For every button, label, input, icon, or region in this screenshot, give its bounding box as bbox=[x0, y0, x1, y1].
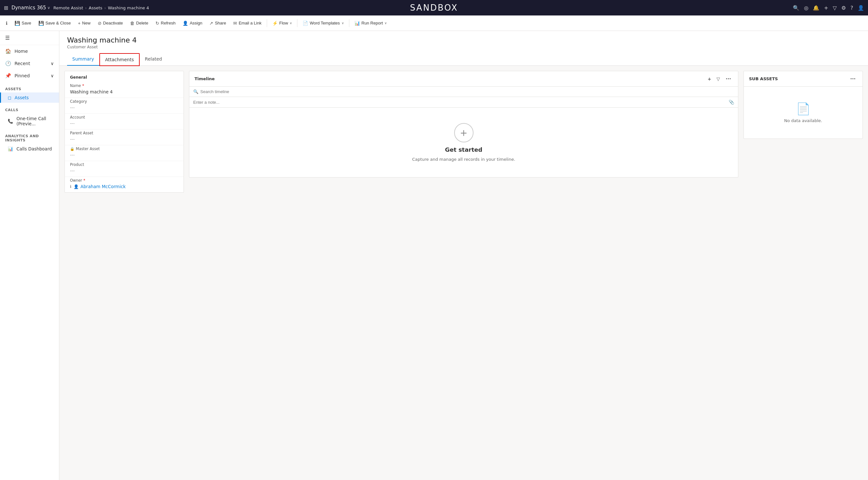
record-header: Washing machine 4 Customer Asset Summary… bbox=[59, 31, 868, 66]
owner-info-icon: ℹ bbox=[70, 184, 72, 189]
sidebar-item-one-time-call[interactable]: 📞 One-time Call (Previe... bbox=[0, 113, 59, 129]
field-value-name[interactable]: Washing machine 4 bbox=[70, 89, 178, 95]
field-value-category[interactable]: --- bbox=[70, 104, 178, 111]
save-close-label: Save & Close bbox=[45, 21, 71, 26]
flow-label: Flow bbox=[279, 21, 288, 26]
field-value-product[interactable]: --- bbox=[70, 168, 178, 174]
field-label-name: Name* bbox=[70, 83, 178, 88]
main-content: Washing machine 4 Customer Asset Summary… bbox=[59, 31, 868, 480]
sidebar-item-assets[interactable]: ◻ Assets bbox=[0, 93, 59, 103]
assets-label: Assets bbox=[14, 95, 29, 100]
save-close-button[interactable]: 💾 Save & Close bbox=[35, 19, 74, 28]
save-button[interactable]: 💾 Save bbox=[11, 19, 34, 28]
breadcrumb-record: Washing machine 4 bbox=[108, 5, 149, 10]
bell-icon[interactable]: 🔔 bbox=[813, 5, 819, 11]
timeline-empty-state: + Get started Capture and manage all rec… bbox=[189, 108, 738, 177]
search-icon[interactable]: 🔍 bbox=[793, 5, 799, 11]
timeline-add-circle[interactable]: + bbox=[454, 123, 473, 142]
brand-name[interactable]: Dynamics 365 ∨ bbox=[11, 5, 50, 11]
share-button[interactable]: ↗ Share bbox=[206, 19, 229, 28]
field-label-product: Product bbox=[70, 162, 178, 167]
email-link-label: Email a Link bbox=[239, 21, 261, 26]
save-label: Save bbox=[22, 21, 31, 26]
attach-icon[interactable]: 📎 bbox=[728, 100, 734, 105]
sidebar-item-pinned[interactable]: 📌 Pinned ∨ bbox=[0, 70, 59, 82]
run-report-button[interactable]: 📊 Run Report ∨ bbox=[351, 19, 390, 28]
tab-attachments[interactable]: Attachments bbox=[99, 53, 140, 66]
deactivate-button[interactable]: ⊘ Deactivate bbox=[94, 19, 126, 28]
breadcrumb-app[interactable]: Remote Assist bbox=[54, 5, 83, 10]
word-templates-button[interactable]: 📄 Word Templates ∨ bbox=[299, 19, 347, 28]
field-value-master-asset[interactable]: --- bbox=[70, 152, 178, 158]
delete-button[interactable]: 🗑 Delete bbox=[127, 19, 152, 28]
sidebar-item-home[interactable]: 🏠 Home bbox=[0, 45, 59, 57]
breadcrumb: Remote Assist › Assets › Washing machine… bbox=[54, 5, 149, 10]
new-icon: + bbox=[78, 21, 80, 26]
email-link-button[interactable]: ✉ Email a Link bbox=[230, 19, 265, 28]
sidebar-item-calls-dashboard[interactable]: 📊 Calls Dashboard bbox=[0, 144, 59, 154]
run-report-chevron: ∨ bbox=[384, 21, 387, 25]
tab-summary[interactable]: Summary bbox=[67, 53, 99, 66]
assign-icon: 👤 bbox=[183, 21, 188, 26]
refresh-label: Refresh bbox=[161, 21, 176, 26]
field-value-parent-asset[interactable]: --- bbox=[70, 136, 178, 142]
timeline-more-icon[interactable]: ⋯ bbox=[724, 75, 733, 82]
toolbar-divider2 bbox=[297, 19, 298, 27]
new-button[interactable]: + New bbox=[74, 19, 94, 28]
add-icon[interactable]: + bbox=[824, 5, 828, 11]
apps-grid-icon[interactable]: ⊞ bbox=[4, 5, 8, 11]
subassets-empty-state: 📄 No data available. bbox=[744, 87, 863, 139]
panels-row: General Name* Washing machine 4 Category… bbox=[59, 66, 868, 198]
new-label: New bbox=[82, 21, 91, 26]
assign-label: Assign bbox=[190, 21, 202, 26]
general-section-title: General bbox=[65, 71, 184, 82]
timeline-search-icon: 🔍 bbox=[193, 89, 198, 94]
field-value-owner[interactable]: Abraham McCormick bbox=[81, 183, 126, 190]
toolbar-divider3 bbox=[349, 19, 349, 27]
filter-icon[interactable]: ▽ bbox=[833, 5, 837, 11]
refresh-button[interactable]: ↻ Refresh bbox=[152, 19, 179, 28]
sidebar-hamburger[interactable]: ☰ bbox=[0, 31, 59, 45]
general-panel: General Name* Washing machine 4 Category… bbox=[64, 71, 184, 193]
delete-label: Delete bbox=[136, 21, 148, 26]
one-time-call-label: One-time Call (Previe... bbox=[17, 116, 54, 126]
breadcrumb-assets[interactable]: Assets bbox=[89, 5, 102, 10]
info-button[interactable]: ℹ bbox=[3, 19, 11, 28]
subassets-more-icon[interactable]: ⋯ bbox=[848, 75, 857, 82]
field-label-master-asset: 🔒 Master Asset bbox=[70, 146, 178, 151]
user-icon[interactable]: 👤 bbox=[858, 5, 864, 11]
field-label-account: Account bbox=[70, 115, 178, 119]
timeline-panel-header: Timeline + ▽ ⋯ bbox=[189, 71, 738, 87]
target-icon[interactable]: ◎ bbox=[804, 5, 808, 11]
home-label: Home bbox=[14, 49, 28, 54]
help-icon[interactable]: ? bbox=[850, 5, 854, 11]
top-nav: ⊞ Dynamics 365 ∨ Remote Assist › Assets … bbox=[0, 0, 868, 15]
timeline-filter-icon[interactable]: ▽ bbox=[715, 76, 721, 82]
owner-required-star: * bbox=[84, 178, 86, 183]
flow-button[interactable]: ⚡ Flow ∨ bbox=[269, 19, 295, 28]
subassets-panel: SUB ASSETS ⋯ 📄 No data available. bbox=[743, 71, 863, 139]
field-label-category: Category bbox=[70, 99, 178, 104]
top-nav-right: 🔍 ◎ 🔔 + ▽ ⚙ ? 👤 bbox=[793, 5, 864, 11]
assets-icon: ◻ bbox=[8, 95, 11, 100]
timeline-note-input[interactable] bbox=[193, 100, 728, 105]
brand-label: Dynamics 365 bbox=[11, 5, 46, 11]
analytics-section-label: Analytics and Insights bbox=[0, 129, 59, 144]
timeline-search-input[interactable] bbox=[200, 89, 734, 94]
subassets-panel-header: SUB ASSETS ⋯ bbox=[744, 71, 863, 87]
info-icon: ℹ bbox=[6, 21, 7, 26]
timeline-panel: Timeline + ▽ ⋯ 🔍 📎 + Get bbox=[189, 71, 738, 177]
pinned-chevron: ∨ bbox=[51, 73, 54, 78]
toolbar: ℹ 💾 Save 💾 Save & Close + New ⊘ Deactiva… bbox=[0, 15, 868, 31]
brand-chevron[interactable]: ∨ bbox=[48, 5, 50, 10]
timeline-note-area: 📎 bbox=[189, 97, 738, 108]
field-value-account[interactable]: --- bbox=[70, 120, 178, 127]
gear-icon[interactable]: ⚙ bbox=[841, 5, 846, 11]
field-row-name: Name* Washing machine 4 bbox=[65, 82, 184, 98]
timeline-add-icon[interactable]: + bbox=[706, 76, 713, 82]
refresh-icon: ↻ bbox=[155, 21, 159, 26]
tab-related[interactable]: Related bbox=[140, 53, 167, 66]
sidebar-item-recent[interactable]: 🕐 Recent ∨ bbox=[0, 57, 59, 70]
required-star: * bbox=[82, 83, 84, 88]
assign-button[interactable]: 👤 Assign bbox=[179, 19, 206, 28]
